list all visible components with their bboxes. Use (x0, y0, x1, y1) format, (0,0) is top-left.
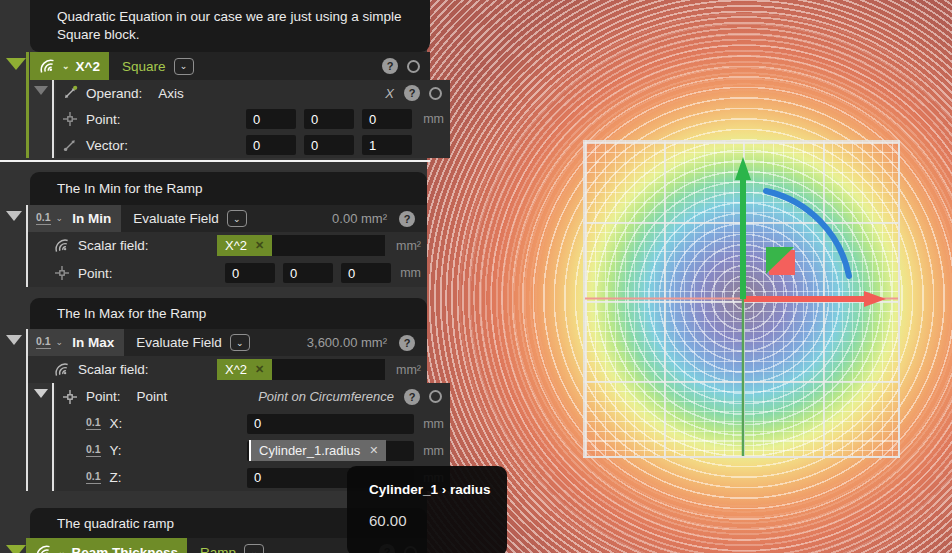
comment-block-in-max[interactable]: The In Max for the Ramp (30, 298, 427, 329)
point-label: Point: (78, 266, 113, 281)
scalar-badge-icon: 0.1 (86, 444, 101, 457)
comment-block-quadratic[interactable]: Quadratic Equation in our case we are ju… (30, 0, 430, 52)
expander-triangle-in-min[interactable] (6, 211, 22, 221)
coordinate-label: X: (110, 416, 123, 431)
chip-close-icon[interactable]: ✕ (255, 239, 264, 252)
expander-triangle-x2[interactable] (6, 58, 26, 70)
value-input-z[interactable]: 1 (362, 135, 412, 155)
value-input-z[interactable]: 0 (362, 109, 412, 129)
point-row: Point: 0 0 0 mm (56, 106, 450, 132)
expander-triangle-operand[interactable] (34, 86, 48, 95)
scalar-field-row: Scalar field: X^2 ✕ mm² (28, 356, 427, 383)
radio-icon[interactable] (429, 390, 442, 403)
value-input-x[interactable]: 0 (246, 135, 296, 155)
point-subheader[interactable]: Point: Point Point on Circumference ? (56, 383, 450, 410)
unit-label: mm² (391, 363, 421, 377)
indent-guide (52, 80, 54, 158)
operand-block: Operand: Axis X ? Point: 0 0 (56, 80, 450, 158)
help-icon[interactable]: ? (404, 389, 420, 405)
help-icon[interactable]: ? (399, 211, 415, 227)
comment-text: The In Max for the Ramp (57, 306, 206, 321)
field-wave-icon (54, 238, 70, 254)
chevron-down-button[interactable]: ⌄ (230, 334, 250, 351)
expander-triangle-ramp[interactable] (6, 545, 26, 553)
chevron-down-icon: ⌄ (58, 548, 66, 553)
field-chip-x2[interactable]: X^2 ✕ (217, 359, 272, 380)
coordinate-label: Y: (110, 443, 122, 458)
chevron-down-icon: ⌄ (56, 214, 64, 223)
expander-triangle-point[interactable] (34, 389, 48, 398)
value-input-x[interactable]: 0 (246, 109, 296, 129)
value-input-y[interactable]: 0 (304, 135, 354, 155)
block-chip-beam-thickness[interactable]: ⌄ Beam Thickness (26, 538, 187, 553)
chip-label: Cylinder_1.radius (259, 443, 360, 458)
field-wave-icon (39, 58, 56, 75)
help-icon[interactable]: ? (404, 85, 420, 101)
comment-text: The quadratic ramp (57, 516, 174, 531)
chip-close-icon[interactable]: ✕ (369, 444, 378, 457)
comment-text: The In Min for the Ramp (57, 181, 203, 196)
chevron-down-button[interactable]: ⌄ (174, 58, 194, 75)
block-chip-in-max[interactable]: 0.1 ⌄ In Max (28, 329, 124, 356)
unit-label: mm (420, 444, 444, 458)
indent-guide (26, 329, 28, 491)
tooltip-title: Cylinder_1 › radius (369, 482, 497, 497)
help-icon[interactable]: ? (382, 58, 398, 74)
block-chip-x2[interactable]: ⌄ X^2 (30, 52, 109, 80)
point-icon (62, 111, 78, 127)
variable-chip-cylinder-radius[interactable]: Cylinder_1.radius ✕ (249, 440, 386, 461)
scalar-field-label: Scalar field: (78, 362, 149, 377)
block-header-in-min[interactable]: 0.1 ⌄ In Min Evaluate Field ⌄ 0.00 mm² ? (26, 205, 427, 232)
coordinate-row-x: 0.1 X: 0 mm (56, 410, 450, 437)
field-wave-icon (35, 544, 52, 553)
value-input-z[interactable]: 0 (341, 263, 391, 283)
scalar-badge-icon: 0.1 (36, 212, 51, 225)
expander-triangle-in-max[interactable] (6, 335, 22, 345)
help-icon[interactable]: ? (399, 335, 415, 351)
block-name: Beam Thickness (72, 545, 179, 553)
block-chip-in-min[interactable]: 0.1 ⌄ In Min (28, 205, 121, 232)
value-input-y[interactable]: Cylinder_1.radius ✕ (247, 441, 414, 461)
indent-guide (52, 383, 54, 491)
vector-label: Vector: (86, 138, 128, 153)
vector-icon (62, 137, 78, 153)
plane-handle[interactable] (766, 247, 795, 275)
field-chip-x2[interactable]: X^2 ✕ (217, 235, 272, 256)
scalar-badge-icon: 0.1 (86, 471, 101, 484)
operand-header[interactable]: Operand: Axis X ? (56, 80, 450, 106)
chevron-down-button[interactable]: ⌄ (227, 210, 247, 227)
unit-label: mm (418, 112, 444, 126)
value-input-y[interactable]: 0 (304, 109, 354, 129)
value-input-x[interactable]: 0 (247, 414, 414, 434)
point-value[interactable]: Point (137, 389, 168, 404)
comment-block-in-min[interactable]: The In Min for the Ramp (30, 172, 427, 205)
block-name: In Max (72, 335, 114, 350)
radio-icon[interactable] (407, 60, 420, 73)
operand-var: X (385, 86, 394, 101)
field-input[interactable]: X^2 ✕ (217, 235, 385, 256)
block-type-evaluate-field: Evaluate Field (136, 335, 222, 350)
app-window: Quadratic Equation in our case we are ju… (0, 0, 952, 553)
field-input[interactable]: X^2 ✕ (217, 359, 385, 380)
block-header-x2[interactable]: ⌄ X^2 Square ⌄ ? (30, 52, 430, 80)
block-type-square: Square (122, 59, 166, 74)
chevron-down-icon: ⌄ (62, 62, 70, 71)
value-input-x[interactable]: 0 (225, 263, 275, 283)
value-input-y[interactable]: 0 (283, 263, 333, 283)
operand-label: Operand: (86, 86, 142, 101)
y-axis-arrow[interactable] (735, 157, 751, 299)
chip-close-icon[interactable]: ✕ (255, 363, 264, 376)
block-type-evaluate-field: Evaluate Field (133, 211, 219, 226)
field-wave-icon (54, 362, 70, 378)
x-axis-arrow[interactable] (744, 291, 886, 307)
point-label: Point: (86, 112, 121, 127)
comment-text: Quadratic Equation in our case we are ju… (57, 9, 401, 42)
block-header-in-max[interactable]: 0.1 ⌄ In Max Evaluate Field ⌄ 3,600.00 m… (26, 329, 427, 356)
operand-value[interactable]: Axis (158, 86, 184, 101)
block-name: X^2 (76, 59, 100, 74)
point-row: Point: 0 0 0 mm (28, 259, 427, 287)
chevron-down-button[interactable]: ⌄ (244, 544, 264, 553)
point-label: Point: (86, 389, 121, 404)
radio-icon[interactable] (429, 87, 442, 100)
point-icon (54, 265, 70, 281)
